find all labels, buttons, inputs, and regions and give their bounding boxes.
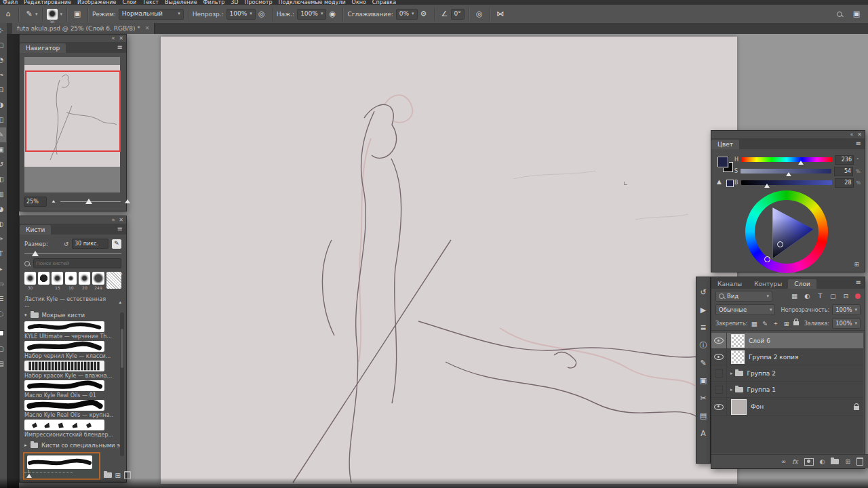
filter-shape-icon[interactable]: ▢: [828, 292, 838, 300]
lock-artboard-icon[interactable]: ⊞: [783, 320, 791, 327]
brush-group-special[interactable]: ▸ Кисти со специальными эффект...: [20, 441, 126, 450]
workspace-switcher-icon[interactable]: ▣: [850, 9, 863, 18]
hand-tool-icon[interactable]: ☰: [0, 291, 6, 306]
brush-settings-panel-icon[interactable]: ✎: [696, 354, 710, 372]
collapse-panel-icon[interactable]: «: [850, 131, 853, 138]
current-brush-preset[interactable]: ✎: [106, 272, 121, 289]
zoom-slider-thumb[interactable]: [85, 199, 92, 204]
hue-thumb[interactable]: [798, 161, 804, 165]
color-wheel[interactable]: [745, 190, 828, 273]
brush-preset[interactable]: 249: [92, 272, 104, 285]
filter-adjustment-icon[interactable]: ◐: [802, 292, 812, 300]
history-brush-tool-icon[interactable]: ↺: [0, 157, 6, 172]
reset-size-icon[interactable]: ↺: [64, 241, 68, 247]
pressure-size-icon[interactable]: ◎: [473, 9, 486, 18]
document-tab[interactable]: futa akula.psd @ 25% (Слой 6, RGB/8) * ✕: [12, 23, 155, 34]
filter-type-icon[interactable]: T: [815, 292, 825, 300]
close-icon[interactable]: ✕: [145, 23, 150, 34]
marquee-tool-icon[interactable]: ▢: [0, 38, 6, 53]
brush-search-input[interactable]: [33, 258, 121, 268]
brush-preset[interactable]: 10: [65, 272, 77, 285]
fill-select[interactable]: 100%▾: [832, 318, 861, 329]
panel-menu-icon[interactable]: ≡: [856, 140, 861, 147]
clone-source-panel-icon[interactable]: ▣: [696, 372, 710, 390]
scrollbar[interactable]: [120, 312, 124, 456]
brush-preset[interactable]: 15: [52, 272, 63, 285]
eyedropper-tool-icon[interactable]: ◑: [0, 98, 6, 113]
brush-size-slider[interactable]: [24, 253, 121, 254]
close-icon[interactable]: ✕: [119, 217, 123, 223]
new-layer-icon[interactable]: ⊞: [845, 458, 850, 465]
brush-item[interactable]: ✎ Набор красок Kyle — влажна...: [20, 359, 126, 379]
search-icon[interactable]: [837, 12, 842, 17]
zoom-out-icon[interactable]: [52, 200, 56, 203]
selection-tool-icon[interactable]: ✂: [0, 68, 6, 83]
collapse-panel-icon[interactable]: «: [111, 35, 115, 41]
delete-layer-icon[interactable]: [856, 458, 863, 466]
move-tool-icon[interactable]: ⊹: [0, 23, 6, 38]
menu-layers[interactable]: Слои: [122, 0, 136, 5]
visibility-eye-icon[interactable]: [714, 354, 724, 360]
path-select-tool-icon[interactable]: ▸: [0, 262, 6, 277]
visibility-eye-icon[interactable]: [714, 338, 724, 344]
layer-group-row[interactable]: ▸ Группа 1: [711, 382, 863, 398]
menu-select[interactable]: Выделение: [165, 0, 197, 5]
panel-menu-icon[interactable]: ≡: [117, 43, 123, 51]
menu-view[interactable]: Просмотр: [245, 0, 273, 5]
new-group-icon[interactable]: [104, 472, 112, 478]
tab-color[interactable]: Цвет: [711, 140, 739, 149]
brush-size-field[interactable]: 30 пикс.: [72, 239, 108, 249]
toggle-brush-panel-icon[interactable]: ✎: [112, 239, 121, 249]
brush-tool-icon[interactable]: ✎: [23, 9, 35, 18]
healing-tool-icon[interactable]: ◫: [0, 113, 6, 127]
navigator-view-box[interactable]: [25, 70, 121, 152]
dodge-tool-icon[interactable]: ◐: [0, 217, 6, 232]
history-panel-icon[interactable]: ↺: [696, 284, 710, 302]
screen-mode-icon[interactable]: ▤: [0, 357, 6, 371]
filter-toggle-icon[interactable]: [855, 293, 861, 299]
visibility-toggle-empty[interactable]: [715, 386, 723, 394]
menu-help[interactable]: Справка: [372, 0, 396, 5]
chevron-down-icon[interactable]: ▾: [35, 12, 38, 17]
tab-paths[interactable]: Контуры: [748, 279, 788, 289]
panel-menu-icon[interactable]: ≡: [856, 279, 861, 286]
brush-angle-field[interactable]: 0°: [451, 9, 465, 20]
eraser-tool-icon[interactable]: ◧: [0, 172, 6, 187]
menu-plugins[interactable]: Подключаемые модули: [279, 0, 346, 5]
smoothing-select[interactable]: 0%▾: [396, 9, 418, 20]
tab-navigator[interactable]: Навигатор: [20, 43, 66, 53]
navigator-zoom-slider[interactable]: [60, 201, 121, 202]
blur-tool-icon[interactable]: ◕: [0, 202, 6, 217]
layers-blend-mode-select[interactable]: Обычные▾: [715, 304, 775, 315]
layer-thumbnail[interactable]: [731, 350, 745, 364]
clone-stamp-tool-icon[interactable]: ▣: [0, 142, 6, 157]
tab-layers[interactable]: Слои: [788, 279, 816, 289]
layer-row[interactable]: Группа 2 копия: [711, 349, 863, 365]
hue-value[interactable]: 236: [835, 155, 854, 165]
collapse-panel-icon[interactable]: «: [111, 217, 115, 223]
layer-filter-select[interactable]: Вид ▾: [715, 291, 772, 302]
stroke-preview-icon[interactable]: [26, 468, 32, 481]
menu-edit[interactable]: Редактирование: [24, 0, 71, 5]
zoom-tool-icon[interactable]: ◌: [0, 306, 6, 321]
edit-mode-icon[interactable]: ▢: [0, 342, 6, 357]
add-mask-icon[interactable]: [804, 458, 814, 466]
brush-tool-icon[interactable]: ✎: [0, 127, 6, 142]
menu-window[interactable]: Окно: [352, 0, 366, 5]
layer-name[interactable]: Слой 6: [749, 338, 770, 344]
gradient-tool-icon[interactable]: ▥: [0, 187, 6, 202]
symmetry-icon[interactable]: ⋈: [494, 9, 507, 18]
scrollbar-thumb[interactable]: [121, 329, 123, 368]
close-icon[interactable]: ✕: [857, 131, 862, 138]
navigator-preview[interactable]: [24, 57, 120, 192]
actions-panel-icon[interactable]: ▶: [696, 302, 710, 319]
brush-preset[interactable]: [38, 272, 50, 285]
saturation-slider[interactable]: [741, 169, 831, 174]
layer-group-row[interactable]: ▸ Группа 2: [711, 365, 863, 382]
menu-filter[interactable]: Фильтр: [203, 0, 225, 5]
visibility-eye-icon[interactable]: [714, 404, 724, 410]
layer-name[interactable]: Группа 2: [747, 370, 776, 377]
brightness-value[interactable]: 28: [835, 178, 854, 188]
crop-tool-icon[interactable]: ⊡: [0, 83, 6, 98]
lock-all-icon[interactable]: [793, 321, 799, 325]
